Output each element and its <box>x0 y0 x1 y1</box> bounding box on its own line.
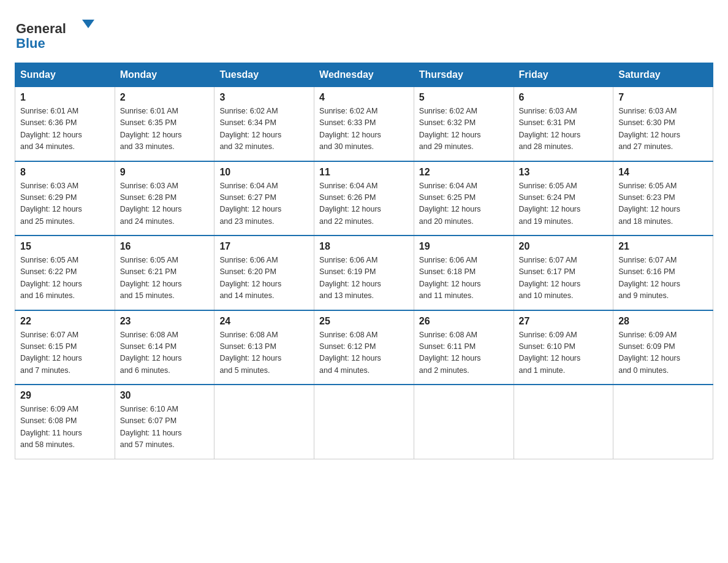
calendar-cell: 26Sunrise: 6:08 AMSunset: 6:11 PMDayligh… <box>414 310 514 385</box>
day-info: Sunrise: 6:08 AMSunset: 6:14 PMDaylight:… <box>120 329 210 377</box>
day-number: 27 <box>519 316 609 327</box>
day-number: 25 <box>319 316 409 327</box>
day-info: Sunrise: 6:05 AMSunset: 6:21 PMDaylight:… <box>120 255 210 302</box>
day-info: Sunrise: 6:09 AMSunset: 6:08 PMDaylight:… <box>20 404 110 451</box>
calendar-cell <box>514 385 613 459</box>
day-info: Sunrise: 6:01 AMSunset: 6:35 PMDaylight:… <box>120 105 210 153</box>
calendar-cell: 30Sunrise: 6:10 AMSunset: 6:07 PMDayligh… <box>115 385 214 459</box>
day-info: Sunrise: 6:05 AMSunset: 6:24 PMDaylight:… <box>519 180 609 228</box>
day-number: 6 <box>519 92 609 103</box>
calendar-cell: 18Sunrise: 6:06 AMSunset: 6:19 PMDayligh… <box>314 236 414 310</box>
day-number: 15 <box>20 241 110 252</box>
calendar-cell: 20Sunrise: 6:07 AMSunset: 6:17 PMDayligh… <box>514 236 613 310</box>
calendar-week-row: 8Sunrise: 6:03 AMSunset: 6:29 PMDaylight… <box>15 161 713 236</box>
day-info: Sunrise: 6:07 AMSunset: 6:17 PMDaylight:… <box>519 255 609 302</box>
calendar-cell <box>314 385 414 459</box>
day-info: Sunrise: 6:01 AMSunset: 6:36 PMDaylight:… <box>20 105 110 153</box>
day-info: Sunrise: 6:04 AMSunset: 6:27 PMDaylight:… <box>219 180 309 228</box>
calendar-cell: 28Sunrise: 6:09 AMSunset: 6:09 PMDayligh… <box>613 310 713 385</box>
day-info: Sunrise: 6:03 AMSunset: 6:30 PMDaylight:… <box>618 105 708 153</box>
day-info: Sunrise: 6:10 AMSunset: 6:07 PMDaylight:… <box>120 404 210 451</box>
calendar-week-row: 22Sunrise: 6:07 AMSunset: 6:15 PMDayligh… <box>15 310 713 385</box>
day-number: 5 <box>419 92 509 103</box>
calendar-cell: 2Sunrise: 6:01 AMSunset: 6:35 PMDaylight… <box>115 87 214 161</box>
day-number: 10 <box>219 167 309 178</box>
day-info: Sunrise: 6:02 AMSunset: 6:34 PMDaylight:… <box>219 105 309 153</box>
day-number: 18 <box>319 241 409 252</box>
day-info: Sunrise: 6:02 AMSunset: 6:33 PMDaylight:… <box>319 105 409 153</box>
calendar-cell: 10Sunrise: 6:04 AMSunset: 6:27 PMDayligh… <box>214 161 314 236</box>
day-number: 12 <box>419 167 509 178</box>
weekday-header-friday: Friday <box>514 63 613 87</box>
svg-marker-1 <box>82 20 94 28</box>
day-number: 9 <box>120 167 210 178</box>
day-number: 11 <box>319 167 409 178</box>
calendar-header-row: SundayMondayTuesdayWednesdayThursdayFrid… <box>15 63 713 87</box>
day-number: 23 <box>120 316 210 327</box>
calendar-week-row: 1Sunrise: 6:01 AMSunset: 6:36 PMDaylight… <box>15 87 713 161</box>
day-info: Sunrise: 6:06 AMSunset: 6:19 PMDaylight:… <box>319 255 409 302</box>
day-info: Sunrise: 6:07 AMSunset: 6:15 PMDaylight:… <box>20 329 110 377</box>
day-info: Sunrise: 6:07 AMSunset: 6:16 PMDaylight:… <box>618 255 708 302</box>
day-number: 29 <box>20 390 110 401</box>
calendar-cell: 22Sunrise: 6:07 AMSunset: 6:15 PMDayligh… <box>15 310 115 385</box>
calendar-week-row: 29Sunrise: 6:09 AMSunset: 6:08 PMDayligh… <box>15 385 713 459</box>
weekday-header-monday: Monday <box>115 63 214 87</box>
day-info: Sunrise: 6:04 AMSunset: 6:26 PMDaylight:… <box>319 180 409 228</box>
day-info: Sunrise: 6:08 AMSunset: 6:11 PMDaylight:… <box>419 329 509 377</box>
day-number: 1 <box>20 92 110 103</box>
calendar-cell: 5Sunrise: 6:02 AMSunset: 6:32 PMDaylight… <box>414 87 514 161</box>
day-info: Sunrise: 6:05 AMSunset: 6:22 PMDaylight:… <box>20 255 110 302</box>
day-number: 24 <box>219 316 309 327</box>
day-info: Sunrise: 6:09 AMSunset: 6:10 PMDaylight:… <box>519 329 609 377</box>
calendar-cell: 11Sunrise: 6:04 AMSunset: 6:26 PMDayligh… <box>314 161 414 236</box>
day-number: 4 <box>319 92 409 103</box>
day-info: Sunrise: 6:08 AMSunset: 6:13 PMDaylight:… <box>219 329 309 377</box>
calendar-cell: 17Sunrise: 6:06 AMSunset: 6:20 PMDayligh… <box>214 236 314 310</box>
weekday-header-tuesday: Tuesday <box>214 63 314 87</box>
day-number: 21 <box>618 241 708 252</box>
logo: General Blue <box>15 15 94 52</box>
calendar-cell: 1Sunrise: 6:01 AMSunset: 6:36 PMDaylight… <box>15 87 115 161</box>
day-number: 30 <box>120 390 210 401</box>
day-number: 16 <box>120 241 210 252</box>
calendar-cell <box>414 385 514 459</box>
day-info: Sunrise: 6:02 AMSunset: 6:32 PMDaylight:… <box>419 105 509 153</box>
logo-svg: General Blue <box>15 15 94 52</box>
weekday-header-saturday: Saturday <box>613 63 713 87</box>
calendar-cell: 7Sunrise: 6:03 AMSunset: 6:30 PMDaylight… <box>613 87 713 161</box>
calendar-cell: 6Sunrise: 6:03 AMSunset: 6:31 PMDaylight… <box>514 87 613 161</box>
day-info: Sunrise: 6:03 AMSunset: 6:29 PMDaylight:… <box>20 180 110 228</box>
calendar-cell: 3Sunrise: 6:02 AMSunset: 6:34 PMDaylight… <box>214 87 314 161</box>
day-info: Sunrise: 6:03 AMSunset: 6:31 PMDaylight:… <box>519 105 609 153</box>
weekday-header-thursday: Thursday <box>414 63 514 87</box>
calendar-week-row: 15Sunrise: 6:05 AMSunset: 6:22 PMDayligh… <box>15 236 713 310</box>
day-number: 20 <box>519 241 609 252</box>
calendar-cell <box>214 385 314 459</box>
calendar-cell: 16Sunrise: 6:05 AMSunset: 6:21 PMDayligh… <box>115 236 214 310</box>
day-number: 22 <box>20 316 110 327</box>
day-number: 26 <box>419 316 509 327</box>
day-number: 13 <box>519 167 609 178</box>
day-number: 7 <box>618 92 708 103</box>
day-number: 14 <box>618 167 708 178</box>
calendar-cell: 21Sunrise: 6:07 AMSunset: 6:16 PMDayligh… <box>613 236 713 310</box>
day-info: Sunrise: 6:06 AMSunset: 6:18 PMDaylight:… <box>419 255 509 302</box>
day-info: Sunrise: 6:08 AMSunset: 6:12 PMDaylight:… <box>319 329 409 377</box>
calendar-cell: 27Sunrise: 6:09 AMSunset: 6:10 PMDayligh… <box>514 310 613 385</box>
day-number: 19 <box>419 241 509 252</box>
calendar-cell: 14Sunrise: 6:05 AMSunset: 6:23 PMDayligh… <box>613 161 713 236</box>
day-info: Sunrise: 6:05 AMSunset: 6:23 PMDaylight:… <box>618 180 708 228</box>
calendar-cell: 23Sunrise: 6:08 AMSunset: 6:14 PMDayligh… <box>115 310 214 385</box>
svg-text:Blue: Blue <box>16 36 45 51</box>
calendar-cell: 15Sunrise: 6:05 AMSunset: 6:22 PMDayligh… <box>15 236 115 310</box>
day-info: Sunrise: 6:03 AMSunset: 6:28 PMDaylight:… <box>120 180 210 228</box>
day-number: 8 <box>20 167 110 178</box>
calendar-cell: 9Sunrise: 6:03 AMSunset: 6:28 PMDaylight… <box>115 161 214 236</box>
day-number: 3 <box>219 92 309 103</box>
day-info: Sunrise: 6:09 AMSunset: 6:09 PMDaylight:… <box>618 329 708 377</box>
calendar-table: SundayMondayTuesdayWednesdayThursdayFrid… <box>15 63 713 459</box>
calendar-cell: 13Sunrise: 6:05 AMSunset: 6:24 PMDayligh… <box>514 161 613 236</box>
day-number: 2 <box>120 92 210 103</box>
weekday-header-wednesday: Wednesday <box>314 63 414 87</box>
